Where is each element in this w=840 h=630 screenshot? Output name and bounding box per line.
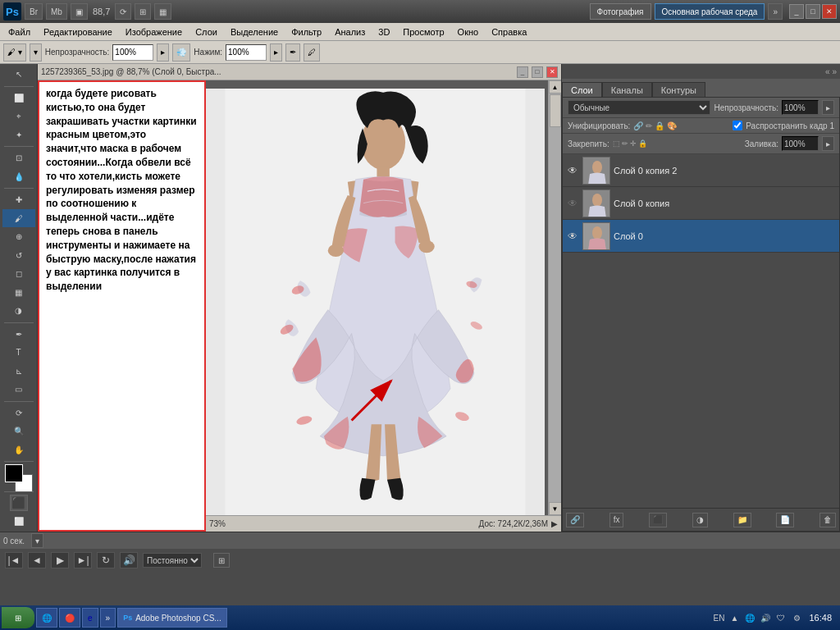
vertical-scrollbar[interactable]: ▲ ▼: [548, 80, 561, 515]
lock-paint-icon[interactable]: ✏: [622, 139, 628, 148]
menu-analysis[interactable]: Анализ: [328, 23, 372, 40]
workspace-photo-btn[interactable]: Фотография: [590, 3, 651, 20]
blend-mode-select[interactable]: Обычные: [568, 100, 710, 115]
tool-3d-rotate[interactable]: ⟳: [2, 404, 35, 422]
opacity-arrow-btn[interactable]: ▸: [822, 100, 834, 115]
tl-audio-btn[interactable]: 🔊: [120, 552, 138, 568]
tab-channels[interactable]: Каналы: [602, 82, 652, 97]
tool-pen[interactable]: ✒: [2, 325, 35, 343]
tab-layers[interactable]: Слои: [562, 82, 602, 97]
maximize-btn[interactable]: □: [806, 4, 820, 19]
foreground-color[interactable]: [5, 464, 23, 482]
scroll-thumb[interactable]: [550, 94, 561, 127]
tablet-btn[interactable]: ✒: [285, 43, 300, 62]
tl-first-btn[interactable]: |◄: [5, 552, 23, 568]
tab-paths[interactable]: Контуры: [652, 82, 705, 97]
taskbar-red-btn[interactable]: 🔴: [59, 608, 80, 628]
layer-item-0[interactable]: 👁 Слой 0 копия 2: [563, 154, 839, 187]
pressure-arrow-btn[interactable]: ▸: [270, 43, 282, 62]
tool-wand[interactable]: ✦: [2, 126, 35, 144]
tool-zoom[interactable]: 🔍: [2, 422, 35, 441]
tl-next-btn[interactable]: ►|: [74, 552, 92, 568]
menu-edit[interactable]: Редактирование: [37, 23, 119, 40]
color-swatches[interactable]: [5, 464, 33, 490]
layer-fx-btn[interactable]: fx: [609, 513, 624, 527]
fill-arrow-btn[interactable]: ▸: [822, 136, 834, 151]
loop-mode-select[interactable]: Постоянно: [143, 553, 202, 568]
layer-visibility-btn-2[interactable]: 👁: [566, 230, 579, 243]
minibrige-btn[interactable]: Mb: [46, 3, 67, 20]
layer-visibility-btn-1[interactable]: 👁: [566, 197, 579, 210]
brush-options-btn[interactable]: 🖌 ▾: [3, 43, 26, 62]
tool-eraser[interactable]: ◻: [2, 265, 35, 283]
fill-value[interactable]: [782, 136, 819, 151]
tool-dodge[interactable]: ◑: [2, 302, 35, 320]
opacity-arrow-btn[interactable]: ▸: [157, 43, 169, 62]
menu-select[interactable]: Выделение: [224, 23, 285, 40]
workspace-extra-btn[interactable]: »: [768, 3, 783, 20]
airbrush-btn[interactable]: 💨: [172, 43, 190, 62]
bridge-btn[interactable]: Br: [25, 3, 43, 20]
arrange-btn[interactable]: ⊞: [135, 3, 151, 20]
lock-move-icon[interactable]: ✛: [630, 139, 637, 148]
timeline-menu-btn[interactable]: ▾: [31, 533, 43, 548]
lock-transparency-icon[interactable]: ⬚: [613, 139, 620, 148]
canvas-minimize-btn[interactable]: _: [517, 66, 528, 78]
menu-help[interactable]: Справка: [485, 23, 533, 40]
tool-eyedrop[interactable]: 💧: [2, 167, 35, 185]
layer-visibility-btn-0[interactable]: 👁: [566, 164, 579, 177]
menu-view[interactable]: Просмотр: [396, 23, 450, 40]
doc-arrow[interactable]: ▶: [551, 519, 558, 528]
tool-text[interactable]: T: [2, 344, 35, 362]
tl-convert-btn[interactable]: ⊞: [213, 553, 230, 568]
tool-hand[interactable]: ✋: [2, 441, 35, 459]
tool-heal[interactable]: ✚: [2, 191, 35, 209]
tool-brush[interactable]: 🖌: [2, 209, 35, 227]
tl-prev-btn[interactable]: ◄: [28, 552, 46, 568]
lang-indicator[interactable]: EN: [712, 611, 725, 624]
propagate-checkbox[interactable]: [733, 121, 742, 130]
tool-marquee[interactable]: ⬜: [2, 89, 35, 107]
screen-mode-btn[interactable]: ⬜: [2, 512, 35, 530]
tool-path[interactable]: ⊾: [2, 363, 35, 381]
menu-filter[interactable]: Фильтр: [285, 23, 328, 40]
scroll-down-btn[interactable]: ▼: [549, 502, 562, 515]
taskbar-ie-nav-btn[interactable]: e: [82, 608, 98, 628]
minimize-btn[interactable]: _: [789, 4, 804, 19]
doc-view-btn[interactable]: ▣: [71, 3, 88, 20]
close-btn[interactable]: ✕: [822, 4, 837, 19]
tool-gradient[interactable]: ▦: [2, 284, 35, 302]
lock-all-icon[interactable]: 🔒: [638, 139, 647, 148]
extra-brush-btn[interactable]: 🖊: [304, 43, 320, 62]
tool-crop[interactable]: ⊡: [2, 149, 35, 167]
layer-mask-btn[interactable]: ⬛: [649, 513, 667, 527]
menu-3d[interactable]: 3D: [372, 23, 396, 40]
tl-loop-btn[interactable]: ↻: [97, 552, 115, 568]
opacity-input[interactable]: [112, 44, 153, 61]
opacity-value[interactable]: [782, 100, 819, 115]
taskbar-arrow-btn[interactable]: »: [100, 608, 116, 628]
tool-stamp[interactable]: ⊕: [2, 228, 35, 246]
rotate-btn[interactable]: ⟳: [115, 3, 131, 20]
scroll-up-btn[interactable]: ▲: [549, 80, 562, 94]
layer-delete-btn[interactable]: 🗑: [819, 513, 836, 527]
layer-adjust-btn[interactable]: ◑: [692, 513, 708, 527]
tool-lasso[interactable]: ⌖: [2, 107, 35, 126]
pressure-input[interactable]: [226, 44, 267, 61]
canvas-restore-btn[interactable]: □: [532, 66, 543, 78]
menu-image[interactable]: Изображение: [119, 23, 189, 40]
layer-item-2[interactable]: 👁 Слой 0: [563, 220, 839, 253]
brush-size-btn[interactable]: ▾: [30, 43, 42, 62]
canvas-close-btn[interactable]: ✕: [546, 66, 558, 78]
tool-shape[interactable]: ▭: [2, 381, 35, 399]
menu-layers[interactable]: Слои: [189, 23, 224, 40]
menu-window[interactable]: Окно: [451, 23, 486, 40]
quick-mask-btn[interactable]: ⬛: [10, 495, 28, 511]
taskbar-ie-btn[interactable]: 🌐: [36, 608, 57, 628]
tl-play-btn[interactable]: ▶: [51, 552, 69, 568]
panel-collapse-btn[interactable]: « »: [825, 67, 837, 76]
layer-item-1[interactable]: 👁 Слой 0 копия: [563, 187, 839, 220]
taskbar-ps-btn[interactable]: Ps Adobe Photoshop CS...: [117, 608, 227, 628]
tool-move[interactable]: ↖: [2, 66, 35, 84]
layer-new-btn[interactable]: 📄: [776, 513, 794, 527]
